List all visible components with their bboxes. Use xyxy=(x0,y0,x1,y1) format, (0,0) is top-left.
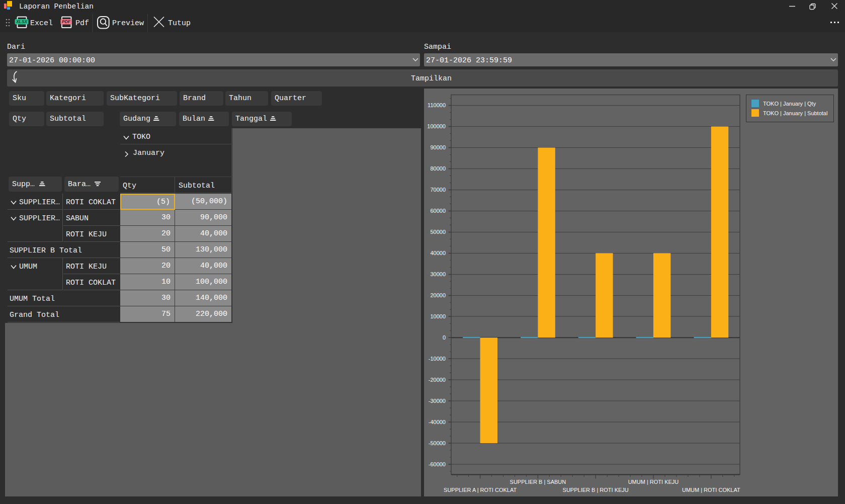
svg-text:UMUM | ROTI COKLAT: UMUM | ROTI COKLAT xyxy=(682,487,740,493)
svg-text:TOKO | January | Subtotal: TOKO | January | Subtotal xyxy=(763,110,827,116)
svg-text:0: 0 xyxy=(443,334,446,341)
svg-text:20000: 20000 xyxy=(430,292,446,298)
svg-text:80000: 80000 xyxy=(430,165,446,172)
svg-text:SUPPLIER B | ROTI KEJU: SUPPLIER B | ROTI KEJU xyxy=(563,487,629,493)
svg-text:-50000: -50000 xyxy=(429,440,446,446)
svg-text:10000: 10000 xyxy=(430,313,446,319)
svg-text:60000: 60000 xyxy=(430,208,446,214)
svg-text:110000: 110000 xyxy=(428,102,446,108)
svg-text:90000: 90000 xyxy=(430,144,446,150)
svg-text:SUPPLIER B | SABUN: SUPPLIER B | SABUN xyxy=(510,479,566,485)
svg-text:70000: 70000 xyxy=(430,187,446,193)
svg-text:-10000: -10000 xyxy=(429,356,446,362)
svg-text:40000: 40000 xyxy=(430,250,446,256)
svg-text:TOKO | January | Qty: TOKO | January | Qty xyxy=(763,101,816,107)
svg-text:100000: 100000 xyxy=(427,123,446,129)
svg-text:-30000: -30000 xyxy=(429,398,446,404)
svg-text:-40000: -40000 xyxy=(429,419,446,425)
svg-text:PDF: PDF xyxy=(62,19,71,24)
svg-text:-20000: -20000 xyxy=(429,377,446,383)
svg-text:UMUM | ROTI KEJU: UMUM | ROTI KEJU xyxy=(628,479,679,485)
svg-text:50000: 50000 xyxy=(430,229,446,235)
svg-text:30000: 30000 xyxy=(430,271,446,277)
svg-text:SUPPLIER A | ROTI COKLAT: SUPPLIER A | ROTI COKLAT xyxy=(444,487,517,493)
svg-text:XLSX: XLSX xyxy=(16,19,28,24)
svg-text:-60000: -60000 xyxy=(429,461,446,467)
